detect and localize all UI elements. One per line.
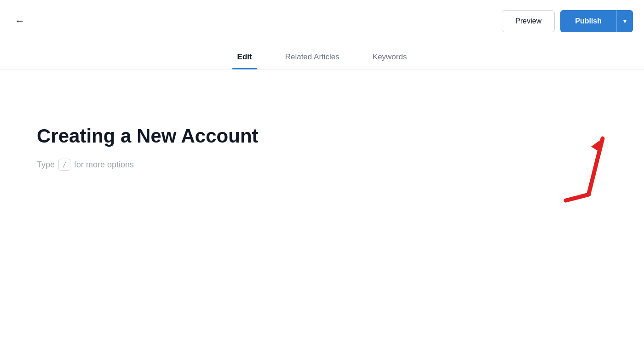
slash-badge: /	[58, 159, 70, 171]
chevron-down-icon: ▾	[623, 17, 627, 25]
tabs-bar: Edit Related Articles Keywords	[0, 42, 644, 69]
svg-line-2	[566, 195, 589, 200]
back-button[interactable]: ←	[11, 13, 29, 29]
tab-edit[interactable]: Edit	[221, 42, 269, 69]
publish-dropdown-button[interactable]: ▾	[616, 10, 633, 32]
tab-keywords[interactable]: Keywords	[356, 42, 424, 69]
content-area: Creating a New Account Type / for more o…	[0, 69, 644, 189]
top-bar: ← Preview Publish ▾	[0, 0, 644, 42]
top-bar-actions: Preview Publish ▾	[502, 10, 633, 32]
preview-button[interactable]: Preview	[502, 10, 555, 32]
editor-placeholder[interactable]: Type / for more options	[37, 159, 607, 171]
publish-button[interactable]: Publish	[560, 10, 616, 32]
placeholder-suffix: for more options	[74, 160, 134, 170]
tab-related-articles[interactable]: Related Articles	[269, 42, 356, 69]
placeholder-prefix: Type	[37, 160, 55, 170]
article-title: Creating a New Account	[37, 125, 607, 148]
back-icon: ←	[15, 15, 25, 27]
publish-group: Publish ▾	[560, 10, 633, 32]
